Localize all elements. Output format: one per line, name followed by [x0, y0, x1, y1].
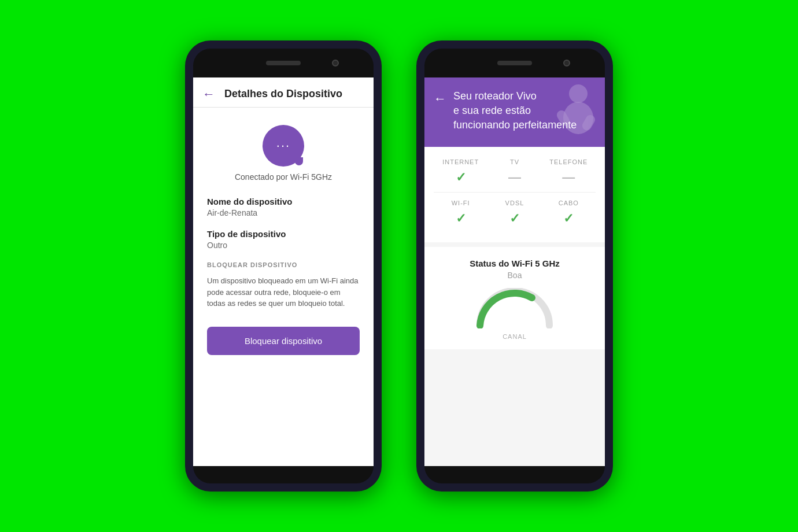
device-name-label: Nome do dispositivo: [207, 197, 360, 206]
block-device-button[interactable]: Bloquear dispositivo: [207, 327, 360, 355]
phone-2-bottom-bar: [424, 466, 605, 483]
phone2-back-button[interactable]: ←: [434, 91, 446, 106]
status-wifi-col: WI-FI ✓: [434, 200, 487, 226]
phone-2-top-bar: [424, 49, 605, 77]
person-icon: [549, 83, 596, 138]
status-row1-labels: INTERNET ✓ TV — TELEFONE —: [434, 158, 596, 185]
status-row2-labels: WI-FI ✓ VDSL ✓ CABO ✓: [434, 200, 596, 226]
wifi-label: WI-FI: [434, 200, 487, 206]
status-telefone-col: TELEFONE —: [542, 158, 596, 185]
block-section-label: BLOQUEAR DISPOSITIVO: [207, 261, 360, 268]
cabo-label: CABO: [542, 200, 596, 206]
device-icon-area: ··· Conectado por Wi-Fi 5GHz: [193, 108, 374, 191]
telefone-label: TELEFONE: [542, 158, 596, 165]
status-internet-col: INTERNET ✓: [434, 158, 487, 185]
wifi-status-section: Status do Wi-Fi 5 GHz Boa CANAL: [424, 247, 605, 349]
tv-label: TV: [487, 158, 541, 165]
device-avatar-badge: [295, 157, 303, 165]
block-description: Um dispositivo bloqueado em um Wi-Fi ain…: [207, 275, 360, 309]
cabo-status: ✓: [542, 211, 596, 226]
telefone-status: —: [542, 170, 596, 185]
phone-2-speaker: [497, 61, 532, 65]
svg-point-0: [569, 84, 588, 103]
phone-2-camera: [563, 60, 570, 66]
device-avatar-dots: ···: [276, 138, 290, 153]
phone-2-screen: ← Seu roteador Vivoe sua rede estãofunci…: [424, 77, 605, 466]
device-name-row: Nome do dispositivo Air-de-Renata: [207, 197, 360, 217]
phone-1-camera: [332, 60, 339, 66]
internet-label: INTERNET: [434, 158, 487, 165]
status-tv-col: TV —: [487, 158, 541, 185]
status-divider: [434, 192, 596, 193]
phone-2: ← Seu roteador Vivoe sua rede estãofunci…: [416, 40, 613, 492]
device-avatar: ···: [263, 125, 304, 167]
phone-1-speaker: [266, 61, 301, 65]
wifi-status: ✓: [434, 211, 487, 226]
phone-1-screen: ← Detalhes do Dispositivo ··· Conectado …: [193, 77, 374, 466]
tv-status: —: [487, 170, 541, 185]
device-info: Nome do dispositivo Air-de-Renata Tipo d…: [193, 191, 374, 327]
device-type-row: Tipo de dispositivo Outro: [207, 229, 360, 250]
canal-label: CANAL: [434, 333, 596, 340]
wifi-status-title: Status do Wi-Fi 5 GHz: [434, 258, 596, 268]
status-cabo-col: CABO ✓: [542, 200, 596, 226]
phone-1: ← Detalhes do Dispositivo ··· Conectado …: [185, 40, 382, 492]
gauge-chart: [434, 288, 596, 328]
wifi-status-value: Boa: [434, 271, 596, 280]
phone1-title: Detalhes do Dispositivo: [224, 88, 342, 100]
status-grid: INTERNET ✓ TV — TELEFONE — WI-FI ✓: [424, 147, 605, 242]
device-type-value: Outro: [207, 241, 360, 250]
screen1-header: ← Detalhes do Dispositivo: [193, 77, 374, 108]
vdsl-label: VDSL: [487, 200, 541, 206]
internet-status: ✓: [434, 170, 487, 185]
status-vdsl-col: VDSL ✓: [487, 200, 541, 226]
device-name-value: Air-de-Renata: [207, 208, 360, 217]
screen2-header: ← Seu roteador Vivoe sua rede estãofunci…: [424, 77, 605, 147]
vdsl-status: ✓: [487, 211, 541, 226]
device-connection-label: Conectado por Wi-Fi 5GHz: [235, 172, 332, 182]
phone-1-top-bar: [193, 49, 374, 77]
phone1-back-button[interactable]: ←: [202, 87, 215, 102]
device-type-label: Tipo de dispositivo: [207, 229, 360, 239]
phone-1-bottom-bar: [193, 466, 374, 483]
